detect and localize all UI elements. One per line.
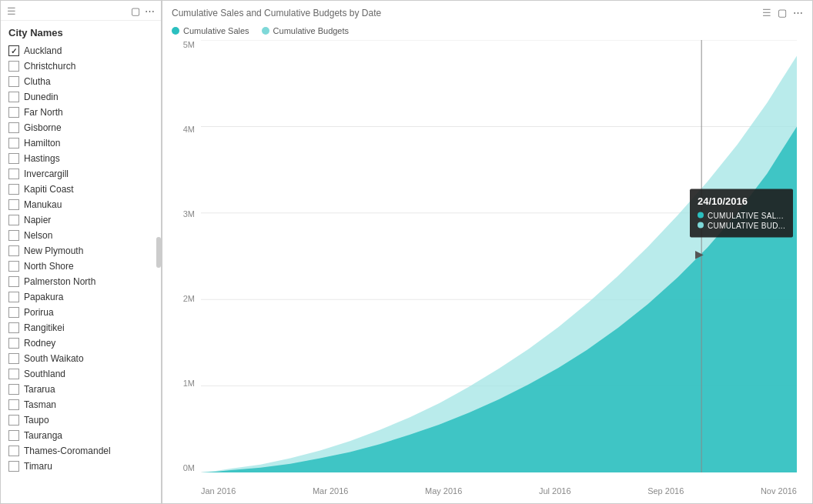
- city-item[interactable]: Far North: [4, 105, 158, 120]
- city-item[interactable]: Clutha: [4, 74, 158, 89]
- city-item[interactable]: Thames-Coromandel: [4, 443, 158, 459]
- city-checkbox[interactable]: [8, 384, 19, 395]
- city-checkbox[interactable]: [8, 199, 19, 210]
- city-item[interactable]: North Shore: [4, 259, 158, 274]
- city-item[interactable]: Rangitikei: [4, 320, 158, 335]
- city-item[interactable]: Papakura: [4, 289, 158, 305]
- city-label: Gisborne: [24, 122, 62, 133]
- city-label: Rodney: [24, 338, 55, 349]
- y-axis-label: 3M: [183, 209, 195, 219]
- city-label: Nelson: [24, 230, 52, 241]
- city-item[interactable]: Napier: [4, 212, 158, 228]
- city-item[interactable]: Tauranga: [4, 428, 158, 443]
- y-axis-label: 0M: [183, 463, 195, 472]
- city-checkbox[interactable]: [8, 230, 19, 241]
- city-checkbox[interactable]: [8, 399, 19, 410]
- city-label: South Waikato: [24, 353, 84, 364]
- city-item[interactable]: Tararua: [4, 382, 158, 397]
- city-item[interactable]: Taupo: [4, 412, 158, 428]
- city-label: Tararua: [24, 384, 55, 395]
- city-item[interactable]: Porirua: [4, 305, 158, 320]
- city-label: Tasman: [24, 399, 56, 410]
- city-checkbox[interactable]: [8, 261, 19, 272]
- city-item[interactable]: Auckland: [4, 43, 158, 58]
- city-checkbox[interactable]: [8, 338, 19, 349]
- city-item[interactable]: Rodney: [4, 335, 158, 351]
- frame-icon[interactable]: ▢: [778, 7, 787, 18]
- city-checkbox[interactable]: [8, 76, 19, 87]
- city-checkbox[interactable]: [8, 122, 19, 133]
- city-checkbox[interactable]: [8, 92, 19, 102]
- city-checkbox[interactable]: [8, 153, 19, 164]
- city-item[interactable]: New Plymouth: [4, 243, 158, 259]
- city-item[interactable]: Christchurch: [4, 58, 158, 74]
- city-item[interactable]: Invercargill: [4, 166, 158, 182]
- city-checkbox[interactable]: [8, 430, 19, 441]
- city-label: Hamilton: [24, 138, 60, 149]
- city-label: Palmerston North: [24, 276, 95, 287]
- city-checkbox[interactable]: [8, 369, 19, 379]
- city-checkbox[interactable]: [8, 415, 19, 426]
- city-checkbox[interactable]: [8, 446, 19, 456]
- city-label: Thames-Coromandel: [24, 446, 111, 456]
- legend-dot: [172, 27, 179, 35]
- y-axis-label: 4M: [183, 125, 195, 134]
- city-checkbox[interactable]: [8, 276, 19, 287]
- chart-svg: 24/10/2016 CUMULATIVE SAL... CUMULATIVE …: [201, 40, 797, 472]
- x-axis-label: Mar 2016: [313, 486, 348, 496]
- x-axis-label: Jan 2016: [201, 486, 236, 496]
- frame-icon[interactable]: ▢: [131, 5, 140, 17]
- city-item[interactable]: Gisborne: [4, 120, 158, 135]
- city-item[interactable]: Kapiti Coast: [4, 182, 158, 197]
- chart-header: Cumulative Sales and Cumulative Budgets …: [162, 1, 812, 25]
- city-item[interactable]: Manukau: [4, 197, 158, 212]
- drag-handle-icon: ☰: [7, 5, 17, 17]
- city-list: AucklandChristchurchCluthaDunedinFar Nor…: [1, 43, 161, 503]
- y-axis-label: 2M: [183, 294, 195, 303]
- legend-item: Cumulative Sales: [172, 26, 249, 35]
- city-checkbox[interactable]: [8, 245, 19, 256]
- panel-action-icons: ▢ ⋯: [131, 5, 155, 17]
- city-checkbox[interactable]: [8, 184, 19, 195]
- more-icon[interactable]: ⋯: [793, 7, 803, 18]
- city-checkbox[interactable]: [8, 138, 19, 149]
- city-item[interactable]: Nelson: [4, 228, 158, 243]
- panel-header: ☰ ▢ ⋯: [1, 1, 161, 21]
- city-checkbox[interactable]: [8, 307, 19, 318]
- city-label: Porirua: [24, 307, 54, 318]
- drag-handle-icon: ☰: [762, 7, 771, 18]
- more-icon[interactable]: ⋯: [145, 5, 155, 17]
- city-checkbox[interactable]: [8, 215, 19, 225]
- legend-label: Cumulative Budgets: [273, 26, 349, 35]
- x-axis-label: May 2016: [425, 486, 462, 496]
- panel-header-icons: ☰: [7, 5, 17, 17]
- x-axis-label: Jul 2016: [539, 486, 571, 496]
- chart-area: 0M1M2M3M4M5M 24/10/2016: [162, 40, 812, 503]
- city-checkbox[interactable]: [8, 461, 19, 472]
- city-item[interactable]: Southland: [4, 366, 158, 382]
- city-checkbox[interactable]: [8, 169, 19, 179]
- city-label: Timaru: [24, 461, 52, 472]
- city-item[interactable]: South Waikato: [4, 351, 158, 366]
- y-axis-label: 1M: [183, 379, 195, 388]
- city-checkbox[interactable]: [8, 322, 19, 333]
- city-item[interactable]: Dunedin: [4, 89, 158, 105]
- city-checkbox[interactable]: [8, 45, 19, 56]
- city-item[interactable]: Palmerston North: [4, 274, 158, 289]
- city-checkbox[interactable]: [8, 107, 19, 118]
- city-checkbox[interactable]: [8, 292, 19, 302]
- x-axis-label: Nov 2016: [761, 486, 797, 496]
- city-label: Napier: [24, 215, 51, 225]
- city-checkbox[interactable]: [8, 61, 19, 72]
- cursor-icon: ▶: [695, 248, 704, 260]
- city-label: Rangitikei: [24, 322, 65, 333]
- city-item[interactable]: Timaru: [4, 459, 158, 474]
- city-filter-panel: ☰ ▢ ⋯ City Names AucklandChristchurchClu…: [0, 0, 162, 504]
- city-item[interactable]: Hamilton: [4, 135, 158, 151]
- resize-handle[interactable]: [156, 237, 161, 268]
- city-item[interactable]: Tasman: [4, 397, 158, 412]
- city-item[interactable]: Hastings: [4, 151, 158, 166]
- city-checkbox[interactable]: [8, 353, 19, 364]
- city-label: Kapiti Coast: [24, 184, 74, 195]
- city-label: Clutha: [24, 76, 51, 87]
